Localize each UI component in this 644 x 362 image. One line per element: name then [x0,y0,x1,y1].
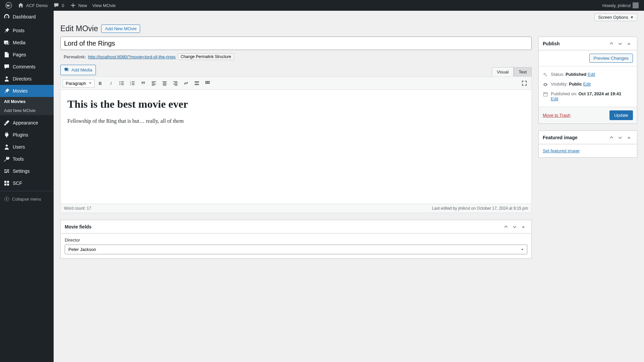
add-media-button[interactable]: Add Media [60,65,96,75]
svg-rect-21 [152,83,155,83]
sidebar-submenu: All Movies Add New MOvie [0,97,54,115]
status-value: Published [566,72,586,77]
user-icon [3,144,10,150]
sidebar-item-scf[interactable]: SCF [0,177,54,189]
preview-changes-button[interactable]: Preview Changes [589,54,633,63]
sidebar-item-media[interactable]: Media [0,37,54,49]
calendar-icon [543,92,548,97]
toggle-button[interactable] [625,134,633,142]
sidebar-item-users[interactable]: Users [0,141,54,153]
site-name-link[interactable]: ACF Demo [15,0,50,11]
move-to-trash-link[interactable]: Move to Trash [543,113,570,118]
sidebar-item-settings[interactable]: Settings [0,165,54,177]
svg-rect-13 [121,85,124,85]
sidebar-item-label: Plugins [13,132,28,138]
fullscreen-button[interactable] [519,78,529,88]
svg-rect-25 [163,83,166,83]
sidebar-item-posts[interactable]: Posts [0,24,54,37]
numbered-list-button[interactable]: 123 [127,78,137,88]
move-up-button[interactable] [607,134,616,142]
admin-bar: ACF Demo 0 New View MOvie Howdy, jmikrut [0,0,644,11]
svg-rect-39 [207,83,208,84]
svg-point-2 [6,145,8,147]
svg-rect-36 [207,81,208,83]
grid-icon [3,180,10,187]
movie-fields-title: Movie fields [65,224,92,229]
edit-visibility-link[interactable]: Edit [583,82,591,87]
wp-logo[interactable] [3,0,15,11]
content-heading: This is the best movie ever [67,98,525,110]
sidebar-item-pages[interactable]: Pages [0,49,54,61]
svg-rect-32 [195,82,199,83]
content-paragraph: Fellowship of the Ring that is but… real… [67,117,525,125]
sidebar-item-comments[interactable]: Comments [0,61,54,73]
bold-button[interactable]: B [95,78,105,88]
permalink-url[interactable]: http://localhost:8080/?movie=lord-of-the… [88,54,175,59]
wrench-icon [3,156,10,162]
toolbar-toggle-button[interactable] [202,78,213,88]
bullet-list-button[interactable] [117,78,127,88]
last-edited: Last edited by jmikrut on October 17, 20… [432,206,528,211]
director-label: Director [65,238,527,243]
collapse-label: Collapse menu [12,197,41,202]
collapse-menu[interactable]: Collapse menu [0,193,54,205]
toggle-button[interactable] [625,40,633,48]
sidebar-item-tools[interactable]: Tools [0,153,54,165]
blockquote-button[interactable] [138,78,148,88]
wordpress-icon [5,2,12,9]
align-left-button[interactable] [149,78,159,88]
move-down-button[interactable] [511,223,519,231]
svg-rect-4 [7,181,9,183]
movie-fields-box: Movie fields Director Peter Jackson [60,220,532,259]
sidebar-item-plugins[interactable]: Plugins [0,129,54,141]
post-title-input[interactable] [60,37,532,50]
link-button[interactable] [181,78,191,88]
main-content: Screen Options Edit MOvie Add New MOvie … [54,11,644,362]
sidebar-item-dashboard[interactable]: Dashboard [0,11,54,23]
read-more-button[interactable] [192,78,202,88]
edit-status-link[interactable]: Edit [588,72,595,77]
edit-date-link[interactable]: Edit [551,96,558,101]
sidebar-sub-add-new[interactable]: Add New MOvie [0,106,54,115]
svg-rect-33 [195,83,199,83]
align-center-button[interactable] [160,78,170,88]
view-label: View MOvie [93,3,116,8]
sidebar-item-directors[interactable]: Directors [0,73,54,85]
sidebar-item-label: Comments [13,64,36,69]
comments-link[interactable]: 0 [50,0,67,11]
set-featured-image-link[interactable]: Set featured image [543,148,580,153]
move-up-button[interactable] [607,40,616,48]
view-post-link[interactable]: View MOvie [90,0,118,11]
italic-button[interactable]: I [106,78,116,88]
align-right-button[interactable] [170,78,180,88]
sidebar-item-appearance[interactable]: Appearance [0,117,54,129]
svg-rect-26 [163,84,167,85]
svg-rect-11 [121,83,124,84]
sidebar-item-label: Appearance [13,120,38,125]
svg-rect-9 [121,82,124,82]
sidebar-item-movies[interactable]: Movies [0,85,54,97]
toggle-button[interactable] [519,223,527,231]
update-button[interactable]: Update [609,110,633,120]
svg-point-12 [119,84,120,85]
move-down-button[interactable] [616,134,624,142]
sidebar-item-label: Pages [13,52,26,57]
add-new-button[interactable]: Add New MOvie [101,24,140,33]
editor-content[interactable]: This is the best movie ever Fellowship o… [60,90,532,204]
move-up-button[interactable] [502,223,510,231]
change-permalink-button[interactable]: Change Permalink Structure [178,53,234,60]
move-down-button[interactable] [616,40,624,48]
tab-text[interactable]: Text [514,67,532,76]
new-content-link[interactable]: New [67,0,90,11]
director-select[interactable]: Peter Jackson [65,245,527,254]
sliders-icon [3,168,10,174]
dashboard-icon [3,13,10,20]
screen-options-toggle[interactable]: Screen Options [594,13,637,21]
format-select[interactable]: Paragraph [63,79,95,88]
sidebar-sub-all-movies[interactable]: All Movies [0,97,54,106]
tab-visual[interactable]: Visual [492,67,514,76]
svg-rect-40 [209,83,210,84]
my-account-link[interactable]: Howdy, jmikrut [600,0,641,11]
comments-count: 0 [62,3,64,8]
sidebar-item-label: Directors [13,76,32,82]
